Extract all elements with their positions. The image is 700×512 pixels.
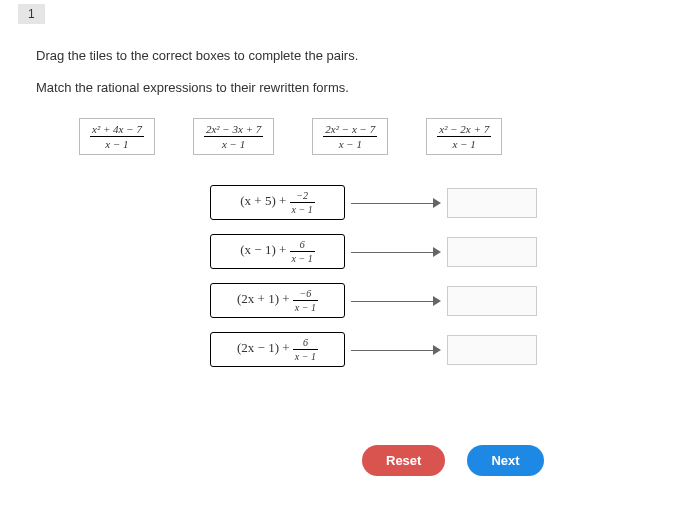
drop-target[interactable]	[447, 237, 537, 267]
numerator: −6	[293, 288, 318, 301]
pair-row: (2x − 1) + 6x − 1	[210, 332, 537, 367]
drop-target[interactable]	[447, 188, 537, 218]
fraction: 6x − 1	[293, 337, 318, 362]
fraction: 2x² − x − 7 x − 1	[323, 123, 377, 150]
fraction: x² + 4x − 7 x − 1	[90, 123, 144, 150]
pair-row: (2x + 1) + −6x − 1	[210, 283, 537, 318]
tiles-row: x² + 4x − 7 x − 1 2x² − 3x + 7 x − 1 2x²…	[79, 118, 502, 155]
numerator: −2	[290, 190, 315, 203]
denominator: x − 1	[204, 137, 263, 150]
reset-button[interactable]: Reset	[362, 445, 445, 476]
poly-part: (2x + 1) +	[237, 291, 293, 306]
denominator: x − 1	[323, 137, 377, 150]
expression-box: (2x − 1) + 6x − 1	[210, 332, 345, 367]
pair-row: (x − 1) + 6x − 1	[210, 234, 537, 269]
expression-box: (x + 5) + −2x − 1	[210, 185, 345, 220]
tile[interactable]: 2x² − x − 7 x − 1	[312, 118, 388, 155]
pairs-area: (x + 5) + −2x − 1 (x − 1) + 6x − 1 (2x +…	[210, 185, 537, 381]
denominator: x − 1	[90, 137, 144, 150]
pair-row: (x + 5) + −2x − 1	[210, 185, 537, 220]
fraction: −6x − 1	[293, 288, 318, 313]
denominator: x − 1	[290, 252, 315, 264]
fraction: −2x − 1	[290, 190, 315, 215]
fraction: 6x − 1	[290, 239, 315, 264]
drop-target[interactable]	[447, 335, 537, 365]
arrow-icon	[351, 294, 441, 308]
page-number: 1	[18, 4, 45, 24]
drop-target[interactable]	[447, 286, 537, 316]
numerator: 2x² − x − 7	[323, 123, 377, 137]
poly-part: (x + 5) +	[240, 193, 289, 208]
next-button[interactable]: Next	[467, 445, 543, 476]
poly-part: (2x − 1) +	[237, 340, 293, 355]
denominator: x − 1	[290, 203, 315, 215]
numerator: 6	[290, 239, 315, 252]
tile[interactable]: x² + 4x − 7 x − 1	[79, 118, 155, 155]
poly-part: (x − 1) +	[240, 242, 289, 257]
fraction: x² − 2x + 7 x − 1	[437, 123, 491, 150]
expression-box: (2x + 1) + −6x − 1	[210, 283, 345, 318]
expression-box: (x − 1) + 6x − 1	[210, 234, 345, 269]
button-row: Reset Next	[362, 445, 544, 476]
numerator: 6	[293, 337, 318, 350]
denominator: x − 1	[293, 350, 318, 362]
tile[interactable]: 2x² − 3x + 7 x − 1	[193, 118, 274, 155]
fraction: 2x² − 3x + 7 x − 1	[204, 123, 263, 150]
tile[interactable]: x² − 2x + 7 x − 1	[426, 118, 502, 155]
arrow-icon	[351, 245, 441, 259]
numerator: x² + 4x − 7	[90, 123, 144, 137]
instruction-primary: Drag the tiles to the correct boxes to c…	[36, 48, 358, 63]
arrow-icon	[351, 343, 441, 357]
denominator: x − 1	[437, 137, 491, 150]
numerator: 2x² − 3x + 7	[204, 123, 263, 137]
denominator: x − 1	[293, 301, 318, 313]
instruction-secondary: Match the rational expressions to their …	[36, 80, 349, 95]
arrow-icon	[351, 196, 441, 210]
numerator: x² − 2x + 7	[437, 123, 491, 137]
